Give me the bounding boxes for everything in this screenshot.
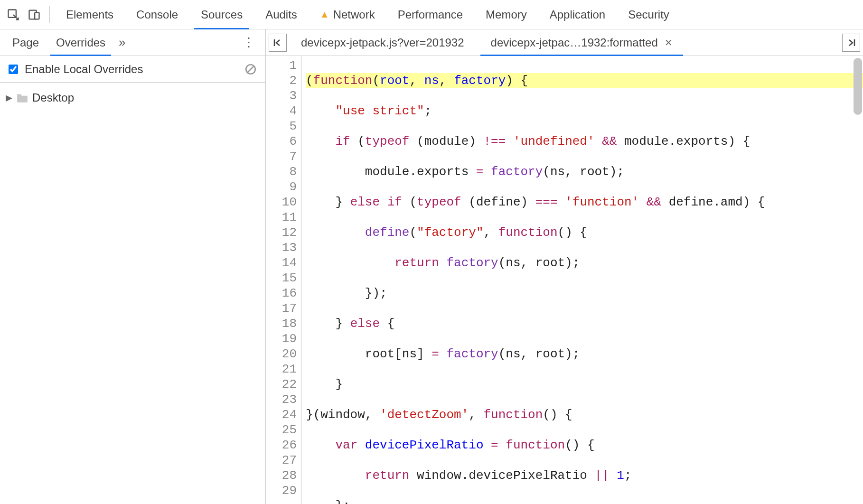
tree-folder-desktop[interactable]: ▶ Desktop bbox=[4, 88, 262, 107]
code-content[interactable]: (function(root, ns, factory) { "use stri… bbox=[302, 56, 863, 504]
tab-security[interactable]: Security bbox=[618, 0, 680, 29]
line-number: 17 bbox=[266, 301, 297, 316]
tab-audits[interactable]: Audits bbox=[255, 0, 308, 29]
code-line: }; bbox=[306, 498, 863, 504]
enable-overrides-checkbox[interactable] bbox=[9, 65, 18, 74]
sidebar-tabs: Page Overrides » ⋮ bbox=[0, 29, 265, 56]
code-line: root[ns] = factory(ns, root); bbox=[306, 346, 863, 362]
folder-icon bbox=[16, 93, 28, 103]
code-line: if (typeof (module) !== 'undefined' && m… bbox=[306, 134, 863, 149]
toolbar-separator bbox=[49, 6, 50, 23]
code-line: var devicePixelRatio = function() { bbox=[306, 438, 863, 453]
code-line: (function(root, ns, factory) { bbox=[306, 73, 863, 88]
sidebar-tab-overrides[interactable]: Overrides bbox=[47, 29, 114, 56]
line-number: 20 bbox=[266, 346, 297, 362]
device-toolbar-icon[interactable] bbox=[25, 5, 44, 24]
line-number: 2 bbox=[266, 73, 297, 88]
code-line: return window.devicePixelRatio || 1; bbox=[306, 468, 863, 483]
vertical-scrollbar[interactable] bbox=[854, 58, 862, 115]
devtools-toolbar: Elements Console Sources Audits ▲ Networ… bbox=[0, 0, 863, 29]
tab-memory[interactable]: Memory bbox=[475, 0, 537, 29]
close-tab-icon[interactable]: ✕ bbox=[665, 37, 673, 48]
line-number: 12 bbox=[266, 225, 297, 240]
line-number: 14 bbox=[266, 255, 297, 271]
line-number: 6 bbox=[266, 134, 297, 149]
tab-elements[interactable]: Elements bbox=[56, 0, 124, 29]
tab-console[interactable]: Console bbox=[126, 0, 188, 29]
line-number: 4 bbox=[266, 103, 297, 119]
file-tab-formatted[interactable]: devicepx-jetpac…1932:formatted ✕ bbox=[478, 29, 685, 56]
code-line: "use strict"; bbox=[306, 103, 863, 119]
editor-pane: devicepx-jetpack.js?ver=201932 devicepx-… bbox=[266, 29, 863, 504]
sidebar-more-tabs-icon[interactable]: » bbox=[114, 35, 130, 50]
tree-folder-label: Desktop bbox=[32, 91, 74, 104]
svg-line-4 bbox=[248, 66, 254, 72]
nav-forward-icon[interactable] bbox=[842, 34, 860, 52]
inspect-element-icon[interactable] bbox=[4, 5, 23, 24]
line-number: 13 bbox=[266, 240, 297, 255]
line-number: 22 bbox=[266, 377, 297, 392]
line-number: 21 bbox=[266, 362, 297, 377]
enable-overrides-label: Enable Local Overrides bbox=[25, 63, 143, 76]
line-number: 3 bbox=[266, 88, 297, 103]
line-number: 7 bbox=[266, 149, 297, 164]
line-number: 16 bbox=[266, 286, 297, 301]
line-number: 25 bbox=[266, 422, 297, 438]
sidebar-menu-icon[interactable]: ⋮ bbox=[236, 35, 262, 50]
tab-sources[interactable]: Sources bbox=[190, 0, 253, 29]
sidebar-tab-page[interactable]: Page bbox=[4, 29, 47, 56]
line-number: 9 bbox=[266, 179, 297, 195]
line-number: 27 bbox=[266, 453, 297, 468]
sources-sidebar: Page Overrides » ⋮ Enable Local Override… bbox=[0, 29, 266, 504]
line-number: 5 bbox=[266, 119, 297, 134]
line-number: 29 bbox=[266, 483, 297, 498]
line-number: 19 bbox=[266, 331, 297, 346]
line-number-gutter: 1234567891011121314151617181920212223242… bbox=[266, 56, 302, 504]
line-number: 1 bbox=[266, 58, 297, 73]
code-line: }(window, 'detectZoom', function() { bbox=[306, 407, 863, 422]
tab-performance[interactable]: Performance bbox=[387, 0, 473, 29]
enable-overrides-row: Enable Local Overrides bbox=[0, 56, 265, 83]
clear-overrides-icon[interactable] bbox=[244, 63, 257, 75]
line-number: 28 bbox=[266, 468, 297, 483]
file-tab-bar: devicepx-jetpack.js?ver=201932 devicepx-… bbox=[266, 29, 863, 56]
svg-rect-2 bbox=[35, 12, 39, 19]
code-line: return factory(ns, root); bbox=[306, 255, 863, 271]
filesystem-tree: ▶ Desktop bbox=[0, 83, 265, 113]
line-number: 24 bbox=[266, 407, 297, 422]
line-number: 10 bbox=[266, 195, 297, 210]
code-viewer[interactable]: 1234567891011121314151617181920212223242… bbox=[266, 56, 863, 504]
code-line: } bbox=[306, 377, 863, 392]
tab-application[interactable]: Application bbox=[539, 0, 616, 29]
line-number: 15 bbox=[266, 271, 297, 286]
tab-network[interactable]: ▲ Network bbox=[310, 0, 385, 29]
nav-back-icon[interactable] bbox=[269, 34, 287, 52]
line-number: 26 bbox=[266, 438, 297, 453]
code-line: } else { bbox=[306, 316, 863, 331]
code-line: define("factory", function() { bbox=[306, 225, 863, 240]
file-tab-original[interactable]: devicepx-jetpack.js?ver=201932 bbox=[289, 29, 477, 56]
caret-right-icon: ▶ bbox=[6, 93, 12, 103]
code-line: module.exports = factory(ns, root); bbox=[306, 164, 863, 179]
warning-icon: ▲ bbox=[320, 9, 329, 20]
line-number: 8 bbox=[266, 164, 297, 179]
line-number: 23 bbox=[266, 392, 297, 407]
line-number: 18 bbox=[266, 316, 297, 331]
code-line: }); bbox=[306, 286, 863, 301]
line-number: 11 bbox=[266, 210, 297, 225]
code-line: } else if (typeof (define) === 'function… bbox=[306, 195, 863, 210]
